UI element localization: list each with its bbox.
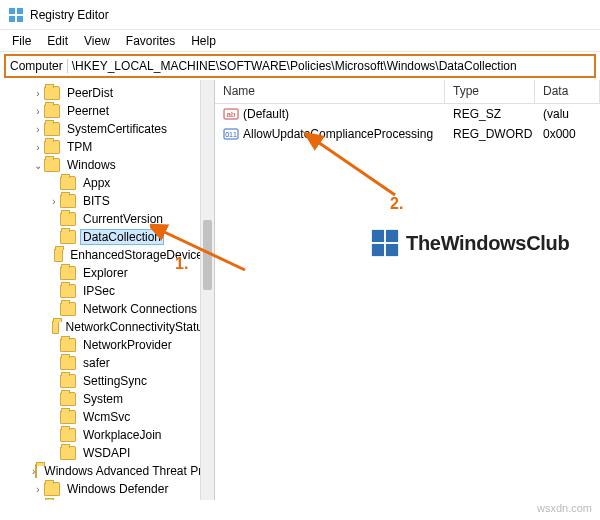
tree-node-workplacejoin[interactable]: WorkplaceJoin [0, 426, 214, 444]
menu-view[interactable]: View [76, 32, 118, 50]
tree-node-label: Peernet [64, 103, 112, 119]
scrollbar-thumb[interactable] [203, 220, 212, 290]
tree-node-currentversion[interactable]: CurrentVersion [0, 210, 214, 228]
value-type: REG_SZ [445, 105, 535, 123]
folder-icon [54, 248, 63, 262]
menu-file[interactable]: File [4, 32, 39, 50]
folder-icon [60, 194, 76, 208]
expand-icon[interactable]: › [32, 142, 44, 153]
folder-icon [52, 320, 59, 334]
tree-node-network-connections[interactable]: Network Connections [0, 300, 214, 318]
column-data[interactable]: Data [535, 80, 600, 103]
tree-node-enhancedstoragedevices[interactable]: EnhancedStorageDevices [0, 246, 214, 264]
tree-node-label: WorkplaceJoin [80, 427, 164, 443]
menu-help[interactable]: Help [183, 32, 224, 50]
tree-node-windows[interactable]: ⌄Windows [0, 156, 214, 174]
menu-favorites[interactable]: Favorites [118, 32, 183, 50]
folder-icon [44, 140, 60, 154]
tree-node-appx[interactable]: Appx [0, 174, 214, 192]
tree-node-system[interactable]: System [0, 390, 214, 408]
tree-node-peernet[interactable]: ›Peernet [0, 102, 214, 120]
folder-icon [60, 446, 76, 460]
folder-icon [60, 356, 76, 370]
tree-node-label: Windows [64, 157, 119, 173]
string-value-icon: ab [223, 106, 239, 122]
tree-node-label: NetworkProvider [80, 337, 175, 353]
expand-icon[interactable]: › [48, 196, 60, 207]
folder-icon [44, 122, 60, 136]
expand-icon[interactable]: › [32, 106, 44, 117]
tree-node-settingsync[interactable]: SettingSync [0, 372, 214, 390]
tree-node-label: safer [80, 355, 113, 371]
tree-node-label: WSDAPI [80, 445, 133, 461]
tree-node-wsdapi[interactable]: WSDAPI [0, 444, 214, 462]
registry-value-row[interactable]: 011AllowUpdateComplianceProcessingREG_DW… [215, 124, 600, 144]
list-header: Name Type Data [215, 80, 600, 104]
expand-icon[interactable]: › [32, 484, 44, 495]
tree-scrollbar[interactable] [200, 80, 214, 500]
tree-node-label: Appx [80, 175, 113, 191]
tree-node-networkprovider[interactable]: NetworkProvider [0, 336, 214, 354]
tree-node-tpm[interactable]: ›TPM [0, 138, 214, 156]
list-pane[interactable]: Name Type Data ab(Default)REG_SZ(valu011… [215, 80, 600, 500]
window-title: Registry Editor [30, 8, 109, 22]
tree-node-explorer[interactable]: Explorer [0, 264, 214, 282]
tree-node-datacollection[interactable]: DataCollection [0, 228, 214, 246]
menubar: File Edit View Favorites Help [0, 30, 600, 52]
tree-node-ipsec[interactable]: IPSec [0, 282, 214, 300]
folder-icon [60, 410, 76, 424]
tree-node-peerdist[interactable]: ›PeerDist [0, 84, 214, 102]
tree-node-label: BITS [80, 193, 113, 209]
folder-icon [60, 374, 76, 388]
value-data: (valu [535, 105, 600, 123]
tree-node-label: System [80, 391, 126, 407]
tree-node-safer[interactable]: safer [0, 354, 214, 372]
svg-rect-0 [9, 8, 15, 14]
folder-icon [60, 392, 76, 406]
expand-icon[interactable]: › [32, 124, 44, 135]
folder-icon [44, 482, 60, 496]
watermark: wsxdn.com [537, 502, 592, 514]
value-type: REG_DWORD [445, 125, 535, 143]
tree-node-windows-advanced-threat-protection[interactable]: ›Windows Advanced Threat Protection [0, 462, 214, 480]
value-name: (Default) [243, 107, 289, 121]
registry-value-row[interactable]: ab(Default)REG_SZ(valu [215, 104, 600, 124]
address-label: Computer [6, 59, 68, 73]
titlebar: Registry Editor [0, 0, 600, 30]
column-type[interactable]: Type [445, 80, 535, 103]
tree-node-label: Network Connections [80, 301, 200, 317]
folder-icon [60, 338, 76, 352]
dword-value-icon: 011 [223, 126, 239, 142]
folder-icon [44, 158, 60, 172]
expand-icon[interactable]: › [32, 88, 44, 99]
tree-node-windows-nt[interactable]: ›Windows NT [0, 498, 214, 500]
app-icon [8, 7, 24, 23]
tree-node-windows-defender[interactable]: ›Windows Defender [0, 480, 214, 498]
tree-node-label: PeerDist [64, 85, 116, 101]
tree-pane[interactable]: ›PeerDist›Peernet›SystemCertificates›TPM… [0, 80, 215, 500]
tree-node-label: DataCollection [80, 229, 164, 245]
folder-icon [60, 302, 76, 316]
tree-node-bits[interactable]: ›BITS [0, 192, 214, 210]
tree-node-label: EnhancedStorageDevices [67, 247, 212, 263]
address-bar[interactable]: Computer \HKEY_LOCAL_MACHINE\SOFTWARE\Po… [4, 54, 596, 78]
svg-text:ab: ab [227, 110, 236, 119]
tree-node-networkconnectivitystatus[interactable]: NetworkConnectivityStatus [0, 318, 214, 336]
tree-node-label: TPM [64, 139, 95, 155]
value-name: AllowUpdateComplianceProcessing [243, 127, 433, 141]
tree-node-wcmsvc[interactable]: WcmSvc [0, 408, 214, 426]
folder-icon [35, 464, 37, 478]
tree-node-label: WcmSvc [80, 409, 133, 425]
folder-icon [44, 104, 60, 118]
address-path[interactable]: \HKEY_LOCAL_MACHINE\SOFTWARE\Policies\Mi… [68, 59, 521, 73]
tree-node-systemcertificates[interactable]: ›SystemCertificates [0, 120, 214, 138]
expand-icon[interactable]: ⌄ [32, 160, 44, 171]
menu-edit[interactable]: Edit [39, 32, 76, 50]
column-name[interactable]: Name [215, 80, 445, 103]
folder-icon [60, 212, 76, 226]
tree-node-label: NetworkConnectivityStatus [63, 319, 212, 335]
tree-node-label: IPSec [80, 283, 118, 299]
folder-icon [44, 86, 60, 100]
tree-node-label: Windows Defender [64, 481, 171, 497]
tree-node-label: Explorer [80, 265, 131, 281]
